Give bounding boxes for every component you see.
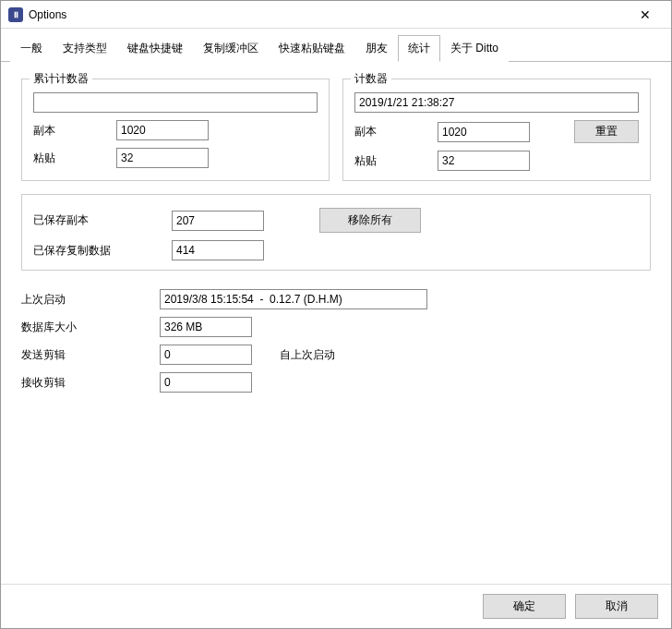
group-counter: 计数器 副本 重置 粘贴 — [342, 79, 651, 181]
titlebar: ⏸ Options ✕ — [1, 1, 671, 29]
db-size-label: 数据库大小 — [21, 320, 160, 335]
cumulative-pastes-label: 粘贴 — [33, 151, 116, 166]
options-window: ⏸ Options ✕ 一般 支持类型 键盘快捷键 复制缓冲区 快速粘贴键盘 朋… — [0, 0, 672, 629]
saved-data-label: 已保存复制数据 — [33, 243, 172, 259]
app-icon: ⏸ — [8, 7, 23, 22]
saved-data-input[interactable] — [172, 240, 264, 260]
counter-copies-label: 副本 — [354, 124, 438, 139]
counter-copies-input[interactable] — [438, 122, 530, 142]
cancel-button[interactable]: 取消 — [575, 594, 658, 619]
group-cumulative-title: 累计计数器 — [30, 71, 92, 87]
counter-pastes-label: 粘贴 — [354, 153, 438, 169]
tabs: 一般 支持类型 键盘快捷键 复制缓冲区 快速粘贴键盘 朋友 统计 关于 Ditt… — [1, 29, 671, 62]
recv-clips-input[interactable] — [160, 372, 252, 393]
tab-general[interactable]: 一般 — [10, 35, 53, 62]
tab-hotkeys[interactable]: 键盘快捷键 — [117, 35, 193, 62]
close-icon[interactable]: ✕ — [627, 7, 664, 22]
cumulative-pastes-input[interactable] — [116, 148, 209, 168]
footer: 确定 取消 — [1, 584, 671, 628]
tab-copy-buffer[interactable]: 复制缓冲区 — [193, 35, 269, 62]
tab-content: 累计计数器 副本 粘贴 计数器 — [1, 62, 671, 584]
send-clips-input[interactable] — [160, 345, 252, 365]
group-cumulative: 累计计数器 副本 粘贴 — [21, 79, 330, 181]
counter-pastes-input[interactable] — [438, 151, 530, 171]
cumulative-copies-input[interactable] — [116, 120, 209, 140]
last-start-label: 上次启动 — [21, 292, 160, 308]
remove-all-button[interactable]: 移除所有 — [319, 208, 421, 233]
window-title: Options — [29, 8, 627, 21]
saved-copies-input[interactable] — [172, 211, 264, 231]
tab-about[interactable]: 关于 Ditto — [440, 35, 509, 62]
group-saved: 已保存副本 移除所有 已保存复制数据 — [21, 194, 651, 271]
cumulative-copies-label: 副本 — [33, 123, 116, 139]
counter-datetime-input[interactable] — [354, 92, 639, 113]
ok-button[interactable]: 确定 — [483, 594, 566, 619]
send-clips-label: 发送剪辑 — [21, 347, 160, 363]
group-counter-title: 计数器 — [351, 71, 391, 87]
saved-copies-label: 已保存副本 — [33, 212, 172, 228]
tab-stats[interactable]: 统计 — [398, 35, 440, 62]
recv-clips-label: 接收剪辑 — [21, 375, 160, 391]
since-last-label: 自上次启动 — [280, 347, 335, 363]
cumulative-datetime-input[interactable] — [33, 92, 318, 113]
reset-button[interactable]: 重置 — [574, 120, 639, 143]
db-size-input[interactable] — [160, 317, 252, 337]
tab-supported-types[interactable]: 支持类型 — [53, 35, 117, 62]
tab-quickpaste[interactable]: 快速粘贴键盘 — [269, 35, 355, 62]
last-start-input[interactable] — [160, 289, 427, 309]
tab-friends[interactable]: 朋友 — [355, 35, 398, 62]
